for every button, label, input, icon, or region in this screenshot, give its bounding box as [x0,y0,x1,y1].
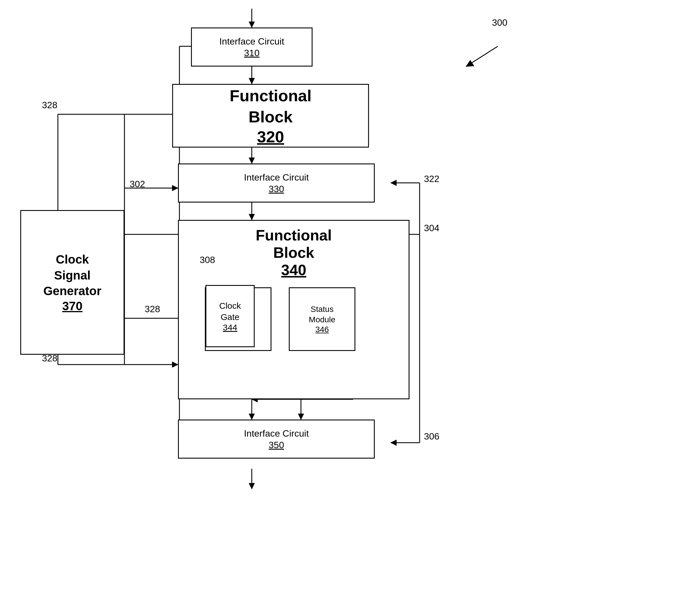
svg-marker-25 [391,180,396,186]
svg-marker-7 [249,214,255,220]
block-350-number: 350 [268,440,284,450]
ref-328-top: 328 [42,100,57,111]
ref-322: 322 [424,173,439,184]
block-interface-310: Interface Circuit 310 [191,27,312,67]
block-interface-350: Interface Circuit 350 [178,420,375,459]
svg-marker-33 [249,483,255,489]
block-clock-signal-generator-370: ClockSignalGenerator 370 [20,210,124,355]
block-330-number: 330 [268,184,284,194]
block-340-number: 340 [281,262,306,278]
block-320-number: 320 [257,127,284,146]
block-340-label: FunctionalBlock [256,227,332,261]
block-interface-330: Interface Circuit 330 [178,164,375,202]
ref-300: 300 [492,17,507,28]
block-370-label: ClockSignalGenerator [43,252,101,299]
svg-marker-46 [298,414,304,420]
block-310-number: 310 [244,48,259,58]
block-clock-gate-344: ClockGate 344 [206,285,255,347]
block-346-label: StatusModule [309,304,335,325]
svg-line-47 [466,46,498,67]
ref-306: 306 [424,431,439,442]
ref-328-bot: 328 [145,304,160,314]
block-350-label: Interface Circuit [244,428,309,440]
block-370-number: 370 [62,299,83,313]
svg-marker-28 [391,440,396,446]
svg-marker-1 [249,22,255,27]
block-346-number: 346 [316,325,329,334]
block-functional-320: FunctionalBlock 320 [172,84,369,148]
ref-304: 304 [424,223,439,234]
block-330-label: Interface Circuit [244,171,309,184]
block-320-label: FunctionalBlock [229,85,311,128]
svg-marker-48 [466,60,474,67]
svg-marker-5 [249,158,255,164]
svg-marker-13 [172,362,178,367]
block-344-label: ClockGate [219,300,241,323]
block-status-346: StatusModule 346 [289,287,355,351]
svg-marker-3 [249,78,255,84]
block-310-label: Interface Circuit [219,36,284,48]
svg-marker-31 [249,414,255,420]
diagram: 300 Interface Circuit 310 FunctionalBloc… [0,0,698,616]
ref-328-mid: 328 [42,353,57,364]
block-344-number: 344 [223,323,237,333]
svg-marker-15 [172,185,178,191]
ref-308: 308 [200,255,215,265]
ref-302: 302 [130,179,145,190]
